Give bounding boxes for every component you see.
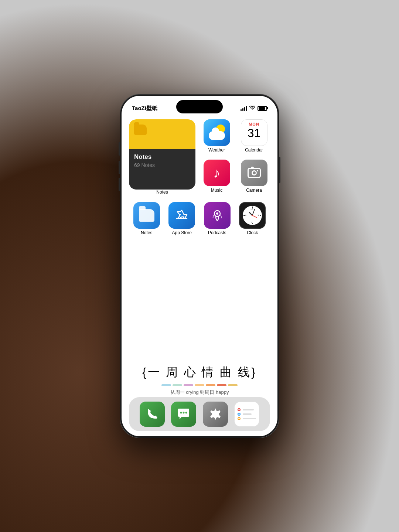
camera-icon[interactable] xyxy=(241,160,267,186)
reminder-line-2 xyxy=(243,413,252,415)
podcasts-app-item[interactable]: Podcasts xyxy=(204,202,231,235)
mood-seg-7 xyxy=(228,384,238,386)
svg-point-17 xyxy=(180,412,182,414)
reminder-item-2 xyxy=(238,413,252,416)
calendar-day-num: 31 xyxy=(248,127,261,139)
mood-section: {一 周 心 情 曲 线} 从周一 crying 到周日 happy xyxy=(122,364,277,396)
weather-label: Weather xyxy=(208,147,225,153)
top-apps-section: Notes 69 Notes Notes xyxy=(129,119,270,195)
mood-seg-1 xyxy=(161,384,171,386)
podcasts-label: Podcasts xyxy=(208,230,226,235)
notes-widget[interactable]: Notes 69 Notes xyxy=(129,119,195,190)
mood-seg-2 xyxy=(173,384,182,386)
camera-app-item[interactable]: Camera xyxy=(238,160,270,195)
reminder-dot-1 xyxy=(238,408,241,411)
appstore-icon[interactable] xyxy=(168,202,195,229)
camera-bump-shape xyxy=(251,167,254,169)
mood-seg-4 xyxy=(195,384,204,386)
notes-widget-top xyxy=(129,119,195,149)
notes-folder-app-icon[interactable] xyxy=(133,202,160,229)
music-note-icon: ♪ xyxy=(213,165,220,181)
svg-point-19 xyxy=(185,412,187,414)
right-app-grid: Weather MON 31 Calendar xyxy=(201,119,270,195)
signal-icon xyxy=(241,106,247,111)
phone-wrapper: TaoZi壁纸 xyxy=(120,94,279,438)
messages-icon-svg xyxy=(177,407,191,421)
carrier-label: TaoZi壁纸 xyxy=(132,105,157,112)
settings-dock-icon[interactable] xyxy=(203,402,228,427)
reminders-dock-icon[interactable] xyxy=(234,402,259,427)
mood-subtitle: 从周一 crying 到周日 happy xyxy=(129,389,270,396)
clock-app-item[interactable]: 12 3 6 9 xyxy=(239,202,266,235)
music-label: Music xyxy=(211,188,222,193)
notes-widget-item[interactable]: Notes 69 Notes Notes xyxy=(129,119,195,195)
status-icons xyxy=(241,105,267,111)
camera-dot-shape xyxy=(257,170,258,171)
podcasts-icon[interactable] xyxy=(204,202,231,229)
weather-app-item[interactable]: Weather xyxy=(201,119,233,154)
reminder-line-1 xyxy=(243,409,254,410)
reminder-item-3 xyxy=(238,417,256,420)
notes-folder-app-item[interactable]: Notes xyxy=(133,202,160,235)
status-bar: TaoZi壁纸 xyxy=(122,96,277,116)
notes-widget-count: 69 Notes xyxy=(134,162,190,168)
reminder-dot-2 xyxy=(238,413,241,416)
folder-shape xyxy=(139,209,154,222)
dock xyxy=(129,397,270,431)
svg-text:12: 12 xyxy=(250,208,253,210)
calendar-label: Calendar xyxy=(245,147,263,153)
home-content: Notes 69 Notes Notes xyxy=(122,116,277,235)
calendar-icon[interactable]: MON 31 xyxy=(241,119,267,146)
appstore-label: App Store xyxy=(172,230,192,235)
reminders-list xyxy=(234,406,260,422)
appstore-svg xyxy=(174,208,189,223)
notes-widget-bottom: Notes 69 Notes xyxy=(129,149,195,190)
calendar-app-item[interactable]: MON 31 Calendar xyxy=(238,119,270,154)
phone-shell: TaoZi壁纸 xyxy=(120,94,279,438)
notes-folder-label: Notes xyxy=(141,230,152,235)
phone-dock-icon[interactable] xyxy=(140,402,165,427)
clock-label: Clock xyxy=(247,230,258,235)
notes-widget-title: Notes xyxy=(134,153,190,161)
mood-seg-5 xyxy=(206,384,215,386)
phone-icon-svg xyxy=(146,407,159,421)
music-icon[interactable]: ♪ xyxy=(204,160,230,186)
mood-title: {一 周 心 情 曲 线} xyxy=(129,364,270,381)
messages-dock-icon[interactable] xyxy=(171,402,196,427)
notes-widget-label: Notes xyxy=(156,190,168,195)
svg-point-18 xyxy=(183,412,185,414)
reminder-dot-3 xyxy=(238,417,241,420)
mood-seg-6 xyxy=(217,384,226,386)
notes-folder-icon xyxy=(134,125,147,135)
appstore-app-item[interactable]: App Store xyxy=(168,202,195,235)
second-apps-row: Notes App Store xyxy=(129,202,270,235)
mood-bar xyxy=(129,384,270,386)
battery-icon xyxy=(258,106,267,111)
camera-body-shape xyxy=(248,168,261,178)
settings-icon-svg xyxy=(209,407,222,421)
weather-icon[interactable] xyxy=(204,119,230,146)
clock-app-icon[interactable]: 12 3 6 9 xyxy=(239,202,266,229)
svg-point-2 xyxy=(216,212,218,215)
svg-point-16 xyxy=(252,215,253,216)
mood-seg-3 xyxy=(184,384,193,386)
cloud-shape xyxy=(209,131,225,140)
music-app-item[interactable]: ♪ Music xyxy=(201,160,233,195)
wifi-icon xyxy=(249,105,255,111)
camera-lens-shape xyxy=(252,170,257,175)
podcasts-svg xyxy=(209,208,225,223)
phone-screen: TaoZi壁纸 xyxy=(122,96,277,436)
calendar-day-abbr: MON xyxy=(241,120,267,126)
clock-svg: 12 3 6 9 xyxy=(241,204,263,226)
dynamic-island xyxy=(176,100,223,113)
camera-label: Camera xyxy=(246,188,262,193)
reminder-line-3 xyxy=(243,418,256,419)
reminder-item-1 xyxy=(238,408,254,411)
